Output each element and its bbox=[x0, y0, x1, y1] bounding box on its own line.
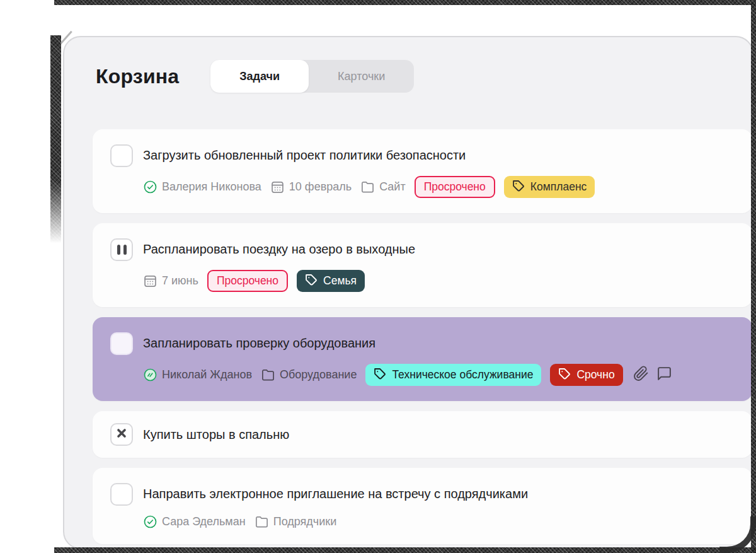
task-title: Распланировать поездку на озеро в выходн… bbox=[143, 240, 415, 259]
assignee-name: Сара Эдельман bbox=[162, 515, 246, 528]
screenshot-stage: Корзина Задачи Карточки Загрузить обновл… bbox=[0, 0, 756, 553]
project[interactable]: Подрядчики bbox=[255, 515, 336, 529]
assignee-done-icon bbox=[143, 368, 158, 382]
project-label: Оборудование bbox=[280, 368, 357, 381]
status-label: Просрочено bbox=[424, 180, 486, 194]
due-date-label: 10 февраль bbox=[289, 180, 352, 194]
task-meta: Валерия Никонова 10 февраль bbox=[143, 176, 595, 198]
noise-border-top bbox=[54, 0, 756, 5]
folder-icon bbox=[360, 180, 375, 194]
task-row[interactable]: Направить электронное приглашение на вст… bbox=[93, 468, 752, 544]
assignee[interactable]: Сара Эдельман bbox=[143, 515, 246, 529]
project-label: Подрядчики bbox=[273, 515, 336, 528]
task-title: Купить шторы в спальню bbox=[143, 425, 289, 444]
tab-group: Задачи Карточки bbox=[210, 60, 414, 93]
task-cancelled-checkbox[interactable] bbox=[110, 423, 133, 446]
noise-border-left bbox=[50, 35, 61, 243]
task-row[interactable]: Загрузить обновленный проект политики бе… bbox=[93, 129, 752, 213]
tag-badge[interactable]: Семья bbox=[297, 270, 365, 292]
assignee-name: Николай Жданов bbox=[162, 368, 252, 381]
due-date[interactable]: 7 июнь bbox=[143, 274, 198, 288]
tag-icon bbox=[512, 179, 525, 195]
x-icon bbox=[115, 427, 128, 442]
pause-icon bbox=[117, 245, 120, 255]
task-row[interactable]: Купить шторы в спальню bbox=[93, 411, 752, 458]
assignee[interactable]: Валерия Никонова bbox=[143, 180, 261, 194]
folder-icon bbox=[255, 515, 269, 529]
tag-icon bbox=[305, 273, 318, 289]
calendar-icon bbox=[143, 274, 158, 288]
task-title: Запланировать проверку оборудования bbox=[143, 334, 672, 352]
status-badge-overdue: Просрочено bbox=[415, 176, 495, 198]
due-date-label: 7 июнь bbox=[162, 274, 198, 288]
tag-icon bbox=[558, 367, 571, 383]
comment-icon bbox=[656, 366, 672, 384]
task-title: Загрузить обновленный проект политики бе… bbox=[143, 146, 595, 165]
tag-label: Срочно bbox=[576, 368, 614, 381]
project-label: Сайт bbox=[379, 180, 406, 194]
noise-border-bottom bbox=[54, 547, 756, 553]
task-title: Направить электронное приглашение на вст… bbox=[143, 484, 528, 503]
assignee-check-icon bbox=[143, 180, 158, 194]
status-badge-overdue: Просрочено bbox=[207, 270, 288, 292]
tag-label: Техническое обслуживание bbox=[392, 368, 533, 381]
tag-badge[interactable]: Комплаенс bbox=[504, 176, 595, 198]
tag-icon bbox=[374, 367, 387, 383]
task-list: Загрузить обновленный проект политики бе… bbox=[93, 129, 752, 544]
task-meta: Николай Жданов Оборудование bbox=[143, 364, 672, 386]
tag-label: Семья bbox=[323, 274, 357, 288]
task-row-selected[interactable]: Запланировать проверку оборудования Нико… bbox=[93, 317, 752, 401]
task-body: Направить электронное приглашение на вст… bbox=[143, 483, 528, 529]
paperclip-icon bbox=[633, 366, 649, 384]
task-indicators bbox=[633, 366, 672, 384]
assignee-check-icon bbox=[143, 515, 158, 529]
tab-tasks[interactable]: Задачи bbox=[210, 60, 309, 93]
tag-badge-urgent[interactable]: Срочно bbox=[550, 364, 622, 386]
folder-icon bbox=[261, 368, 275, 382]
status-label: Просрочено bbox=[217, 274, 278, 288]
assignee-name: Валерия Никонова bbox=[162, 180, 261, 194]
assignee[interactable]: Николай Жданов bbox=[143, 368, 252, 382]
tag-label: Комплаенс bbox=[530, 180, 587, 194]
task-meta: 7 июнь Просрочено Семья bbox=[143, 270, 415, 292]
pause-icon bbox=[123, 245, 127, 255]
task-checkbox[interactable] bbox=[110, 332, 133, 355]
project[interactable]: Сайт bbox=[360, 180, 406, 194]
trash-page: Корзина Задачи Карточки Загрузить обновл… bbox=[63, 36, 753, 549]
task-checkbox[interactable] bbox=[110, 483, 133, 506]
tag-badge[interactable]: Техническое обслуживание bbox=[365, 364, 541, 386]
project[interactable]: Оборудование bbox=[261, 368, 357, 382]
task-body: Распланировать поездку на озеро в выходн… bbox=[143, 238, 415, 292]
task-meta: Сара Эдельман Подрядчики bbox=[143, 515, 528, 529]
page-title: Корзина bbox=[96, 65, 179, 88]
task-paused-checkbox[interactable] bbox=[110, 238, 133, 261]
due-date[interactable]: 10 февраль bbox=[270, 180, 352, 194]
tab-cards[interactable]: Карточки bbox=[309, 60, 414, 93]
task-checkbox[interactable] bbox=[110, 144, 133, 167]
task-body: Запланировать проверку оборудования Нико… bbox=[143, 332, 672, 386]
task-row[interactable]: Распланировать поездку на озеро в выходн… bbox=[93, 223, 752, 307]
calendar-icon bbox=[270, 180, 285, 194]
noise-border-right bbox=[751, 3, 756, 553]
page-header: Корзина Задачи Карточки bbox=[96, 60, 752, 93]
task-body: Загрузить обновленный проект политики бе… bbox=[143, 144, 595, 198]
